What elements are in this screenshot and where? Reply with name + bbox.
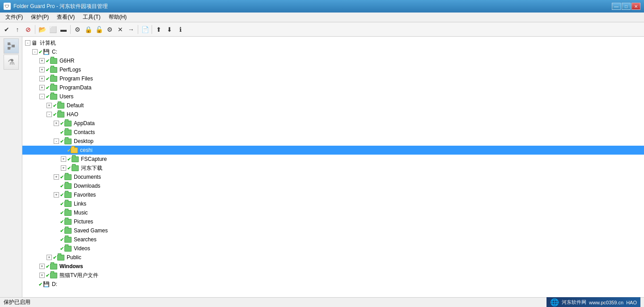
tree-node-videos[interactable]: ✔ Videos [22, 244, 644, 253]
check-music: ✔ [60, 210, 64, 216]
menu-tools[interactable]: 工具(T) [79, 13, 104, 22]
toolbar-check[interactable]: ✔ [2, 25, 12, 34]
expander-users[interactable]: - [38, 93, 46, 100]
tree-node-searches[interactable]: ✔ Searches [22, 235, 644, 244]
tree-node-hedong[interactable]: + ✔ 河东下载 [22, 164, 644, 172]
folder-pandatv-icon [50, 273, 57, 278]
toolbar-home[interactable]: ⬆ [154, 25, 164, 34]
check-hao: ✔ [53, 112, 57, 118]
toolbar-delete[interactable]: ✕ [115, 25, 125, 34]
expander-g6hr[interactable]: + [38, 57, 46, 64]
tree-node-appdata[interactable]: + ✔ AppData [22, 119, 644, 128]
menu-protect[interactable]: 保护(P) [27, 13, 52, 22]
label-pictures: Pictures [73, 219, 93, 225]
label-favorites: Favorites [73, 192, 96, 198]
tree-node-default[interactable]: + ✔ Default [22, 101, 644, 110]
menu-view[interactable]: 查看(V) [53, 13, 78, 22]
panel-filter-btn[interactable]: ⚗ [4, 55, 19, 70]
tree-node-pictures[interactable]: ✔ Pictures [22, 217, 644, 226]
check-programfiles: ✔ [46, 76, 50, 82]
folder-ceshi-icon [71, 147, 78, 153]
tree-node-programdata[interactable]: + ✔ ProgramData [22, 83, 644, 92]
expander-public[interactable]: + [46, 254, 53, 261]
folder-videos-icon [64, 246, 72, 252]
folder-windows-icon [50, 264, 57, 269]
watermark: 🌐 河东软件网 www.pc0359.cn HAO [547, 297, 640, 307]
tree-node-perflogs[interactable]: + ✔ PerfLogs [22, 65, 644, 74]
toolbar-stop[interactable]: ⊘ [23, 25, 33, 34]
tree-node-documents[interactable]: + ✔ Documents [22, 172, 644, 181]
expander-pandatv[interactable]: + [38, 272, 46, 279]
toolbar-window[interactable]: ⬜ [48, 25, 58, 34]
tree-node-computer[interactable]: - 🖥 计算机 [22, 38, 644, 47]
label-pandatv: 熊猫TV用户文件 [59, 272, 98, 279]
status-bar: 保护已启用 🌐 河东软件网 www.pc0359.cn HAO [0, 297, 644, 307]
expander-default[interactable]: + [46, 102, 53, 109]
expander-desktop[interactable]: - [53, 138, 60, 145]
label-users: Users [59, 93, 73, 100]
check-perflogs: ✔ [46, 67, 50, 73]
tree-node-desktop[interactable]: - ✔ Desktop [22, 137, 644, 146]
expander-c[interactable]: - [31, 48, 38, 55]
menu-help[interactable]: 帮助(H) [105, 13, 131, 22]
toolbar-down-arrow[interactable]: ⬇ [165, 25, 174, 34]
toolbar-info[interactable]: ℹ [175, 25, 185, 34]
tree-node-c[interactable]: - ✔ 💾 C: [22, 47, 644, 56]
expander-computer[interactable]: - [24, 39, 31, 46]
expander-appdata[interactable]: + [53, 120, 60, 127]
label-d: D: [51, 281, 57, 287]
tree-node-fscapture[interactable]: + ✔ FSCapture [22, 155, 644, 164]
label-links: Links [73, 201, 86, 207]
toolbar-open[interactable]: 📂 [37, 25, 47, 34]
tree-node-public[interactable]: + ✔ Public [22, 253, 644, 262]
expander-perflogs[interactable]: + [38, 66, 46, 73]
tree-node-contacts[interactable]: ✔ Contacts [22, 128, 644, 137]
toolbar-layout[interactable]: ▬ [59, 25, 68, 34]
expander-fscapture[interactable]: + [60, 156, 67, 163]
expander-programfiles[interactable]: + [38, 75, 46, 82]
expander-windows[interactable]: + [38, 263, 46, 270]
tree-node-savedgames[interactable]: ✔ Saved Games [22, 226, 644, 235]
tree-node-ceshi[interactable]: ✔ ceshi [22, 146, 644, 155]
folder-pictures-icon [64, 219, 72, 225]
toolbar-doc[interactable]: 📄 [140, 25, 150, 34]
tree-node-hao[interactable]: - ✔ HAO [22, 110, 644, 119]
label-programdata: ProgramData [59, 84, 91, 91]
toolbar-up[interactable]: ↑ [13, 25, 22, 34]
expander-hao[interactable]: - [46, 111, 53, 118]
window-controls[interactable]: — □ ✕ [612, 3, 640, 10]
check-programdata: ✔ [46, 85, 50, 91]
menu-file[interactable]: 文件(F) [2, 13, 26, 22]
expander-documents[interactable]: + [53, 173, 60, 181]
label-hedong: 河东下载 [80, 164, 102, 172]
tree-node-favorites[interactable]: + ✔ Favorites [22, 190, 644, 199]
tree-node-pandatv[interactable]: + ✔ 熊猫TV用户文件 [22, 271, 644, 280]
expander-hedong[interactable]: + [60, 164, 67, 172]
folder-downloads-icon [64, 183, 72, 189]
tree-node-windows[interactable]: + ✔ Windows [22, 262, 644, 271]
svg-line-3 [10, 44, 12, 46]
close-button[interactable]: ✕ [631, 3, 640, 10]
tree-node-programfiles[interactable]: + ✔ Program Files [22, 74, 644, 83]
toolbar-arrow[interactable]: → [126, 25, 136, 34]
minimize-button[interactable]: — [612, 3, 621, 10]
tree-node-downloads[interactable]: ✔ Downloads [22, 181, 644, 190]
toolbar-gear[interactable]: ⚙ [105, 25, 114, 34]
tree-area[interactable]: - 🖥 计算机 - ✔ 💾 C: + ✔ G6HR + ✔ PerfLogs + [22, 37, 644, 297]
tree-node-d[interactable]: ✔ 💾 D: [22, 280, 644, 289]
tree-node-g6hr[interactable]: + ✔ G6HR [22, 56, 644, 65]
tree-node-links[interactable]: ✔ Links [22, 199, 644, 208]
app-icon: 🛡 [4, 3, 11, 10]
expander-programdata[interactable]: + [38, 84, 46, 91]
tree-node-users[interactable]: - ✔ Users [22, 92, 644, 101]
toolbar-unlock[interactable]: 🔓 [94, 25, 104, 34]
toolbar-lock[interactable]: 🔒 [83, 25, 93, 34]
toolbar-properties[interactable]: ⚙ [72, 25, 82, 34]
check-contacts: ✔ [60, 130, 64, 135]
toolbar-sep-1 [35, 25, 35, 34]
label-contacts: Contacts [73, 129, 95, 135]
maximize-button[interactable]: □ [622, 3, 631, 10]
tree-node-music[interactable]: ✔ Music [22, 208, 644, 217]
expander-favorites[interactable]: + [53, 191, 60, 198]
panel-tree-btn[interactable] [4, 38, 19, 54]
